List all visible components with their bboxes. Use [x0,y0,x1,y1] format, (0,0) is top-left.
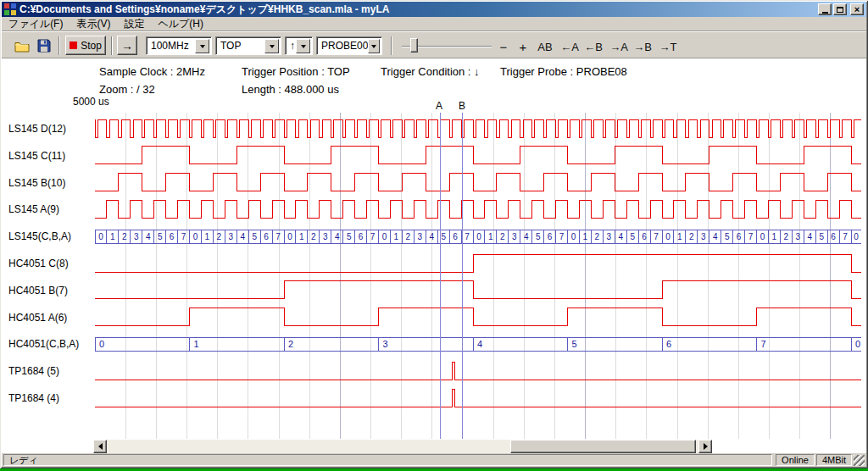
open-folder-icon [14,40,30,53]
bus-value: 5 [158,232,163,241]
zoom-out-button[interactable]: − [496,38,511,55]
goto-a-right-button[interactable]: →A [608,38,630,55]
trigger-position-value: TOP [216,37,264,54]
run-button[interactable]: → [117,36,137,55]
status-online: Online [776,454,815,466]
channel-label: HC4051 B(7) [8,285,68,296]
bus-value: 1 [488,232,493,241]
minimize-button[interactable] [818,3,832,15]
channel-label: HC4051 C(8) [8,258,69,269]
bus-value: 4 [429,232,434,241]
bus-value: 4 [240,232,245,241]
dropdown-arrow-icon[interactable] [368,39,380,53]
bus-value: 4 [807,232,812,241]
statusbar: レディ Online 4MBit [2,453,866,467]
bus-value: 7 [275,232,281,241]
waveform-trace [95,254,861,272]
channel-label: HC4051(C,B,A) [8,338,79,350]
zoom-in-button[interactable]: + [515,38,531,55]
menu-view[interactable]: 表示(V) [70,16,117,32]
bus-value: 3 [512,232,517,241]
waveform-pulse-trace [95,362,861,380]
bus-value: 7 [465,232,470,241]
stop-button[interactable]: Stop [65,36,106,55]
dropdown-arrow-icon[interactable] [195,39,209,53]
save-floppy-icon [37,39,51,53]
bus-value: 6 [170,232,175,241]
status-memory: 4MBit [816,454,852,466]
menu-help[interactable]: ヘルプ(H) [151,16,210,32]
maximize-icon [837,7,843,13]
bus-value: 7 [654,232,659,241]
titlebar[interactable]: C:¥Documents and Settings¥noname¥デスクトップ¥… [2,2,866,17]
bus-value: 7 [370,232,376,241]
waveform-trace [95,200,861,218]
bus-value: 3 [134,232,139,241]
channel-label: LS145 C(11) [8,150,65,162]
open-file-button[interactable] [12,36,32,56]
waveform-client: Sample Clock : 2MHz Trigger Position : T… [2,58,866,453]
bus-value: 0 [760,232,765,241]
bus-value: 0 [98,232,103,241]
channel-label: LS145 D(12) [8,123,66,135]
close-icon: × [854,5,860,14]
maximize-button[interactable] [833,3,847,15]
bus-value: 2 [784,232,789,241]
bus-value: 3 [418,232,423,241]
waveform-clock-trace [95,119,861,137]
save-file-button[interactable] [34,36,54,56]
bus-value: 5 [819,232,824,241]
waveform-trace [95,174,861,191]
bus-value: 2 [311,232,316,241]
goto-trigger-button[interactable]: →T [657,38,679,55]
close-button[interactable]: × [850,3,864,15]
toolbar-separator [111,36,113,55]
trigger-probe-select[interactable]: PROBE00 [316,36,382,55]
bus-value: 6 [642,232,647,241]
waveform-area[interactable]: LS145 D(12)LS145 C(11)LS145 B(10)LS145 A… [2,58,866,453]
sample-clock-select[interactable]: 100MHz [146,36,212,55]
bus-value: 6 [737,232,742,241]
menu-settings[interactable]: 設定 [117,16,151,32]
scroll-right-button[interactable] [698,440,712,453]
goto-b-left-button[interactable]: ←B [582,38,604,55]
toolbar: Stop → 100MHz TOP ↑ PROBE00 − + AB ←A ←B [2,31,866,58]
resize-grip[interactable] [854,455,865,466]
bus-value: 6 [264,232,269,241]
bus-value: 1 [194,339,199,349]
horizontal-scrollbar[interactable] [93,440,712,453]
arrow-right-icon [704,443,708,450]
trigger-edge-value: ↑ [286,37,296,54]
bus-value: 0 [99,339,104,349]
scroll-left-button[interactable] [93,440,107,453]
bus-value: 4 [477,339,482,349]
channel-label: TP1684 (4) [8,392,59,404]
bus-value: 2 [689,232,694,241]
menubar: ファイル(F) 表示(V) 設定 ヘルプ(H) [2,17,866,31]
bus-value: 0 [382,232,387,241]
arrow-left-icon [98,443,103,450]
bus-value: 3 [383,339,388,349]
app-window: C:¥Documents and Settings¥noname¥デスクトップ¥… [0,0,868,468]
ab-cursors-button[interactable]: AB [535,38,555,55]
dropdown-arrow-icon[interactable] [296,39,310,53]
bus-value: 1 [205,232,210,241]
waveform-pulse-trace [95,389,861,407]
goto-b-right-button[interactable]: →B [632,38,654,55]
bus-value: 4 [713,232,718,241]
channel-label: HC4051 A(6) [8,312,67,324]
menu-file[interactable]: ファイル(F) [2,16,70,32]
stop-label: Stop [81,40,102,52]
dropdown-arrow-icon[interactable] [264,39,279,53]
goto-a-left-button[interactable]: ←A [559,38,581,55]
trigger-edge-select[interactable]: ↑ [285,36,313,55]
bus-value: 2 [288,339,293,349]
trigger-position-select[interactable]: TOP [215,36,281,55]
bus-value: 7 [559,232,565,241]
bus-value: 2 [217,232,222,241]
bus-value: 1 [110,232,115,241]
scrollbar-thumb[interactable] [510,440,696,453]
zoom-slider-thumb[interactable] [410,38,418,53]
bus-value: 1 [772,232,777,241]
channel-label: LS145 A(9) [8,203,59,215]
